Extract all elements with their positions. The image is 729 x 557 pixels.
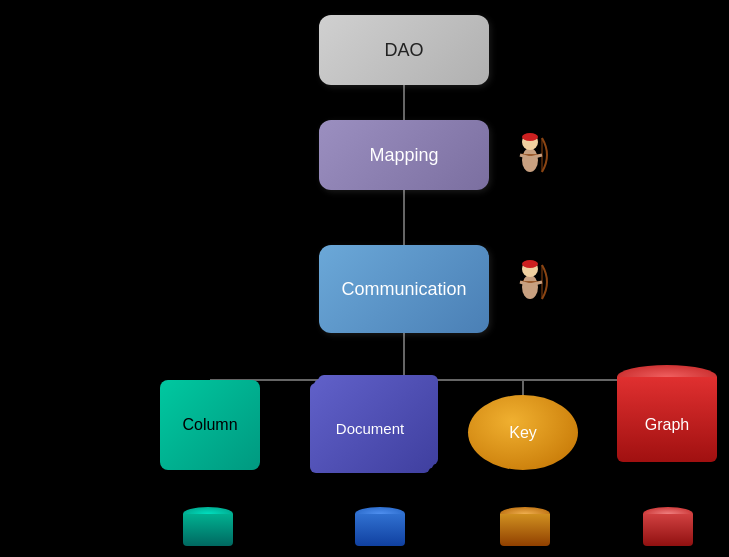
column-label: Column (182, 416, 237, 434)
svg-point-24 (522, 260, 538, 268)
archer-mapping-icon (500, 128, 555, 183)
communication-node: Communication (319, 245, 489, 333)
svg-point-17 (522, 275, 538, 299)
archer-communication-icon (500, 255, 555, 310)
communication-label: Communication (341, 279, 466, 300)
key-node: Key (468, 395, 578, 470)
graph-node: Graph (617, 365, 717, 465)
mapping-node: Mapping (319, 120, 489, 190)
small-cyl-blue-body (355, 514, 405, 546)
dao-node: DAO (319, 15, 489, 85)
document-label: Document (336, 420, 404, 437)
column-node: Column (160, 380, 260, 470)
svg-point-16 (522, 133, 538, 141)
graph-cylinder-body: Graph (617, 377, 717, 462)
small-cylinder-teal (183, 507, 233, 549)
diagram-container: DAO Mapping Communication (0, 0, 729, 557)
small-cyl-red-body (643, 514, 693, 546)
dao-label: DAO (384, 40, 423, 61)
small-cyl-orange-body (500, 514, 550, 546)
mapping-label: Mapping (369, 145, 438, 166)
doc-paper-front: Document (310, 383, 430, 473)
svg-point-9 (522, 148, 538, 172)
graph-label: Graph (645, 416, 689, 434)
small-cyl-teal-body (183, 514, 233, 546)
small-cylinder-orange (500, 507, 550, 549)
key-label: Key (509, 424, 537, 442)
small-cylinder-red (643, 507, 693, 549)
small-cylinder-blue (355, 507, 405, 549)
